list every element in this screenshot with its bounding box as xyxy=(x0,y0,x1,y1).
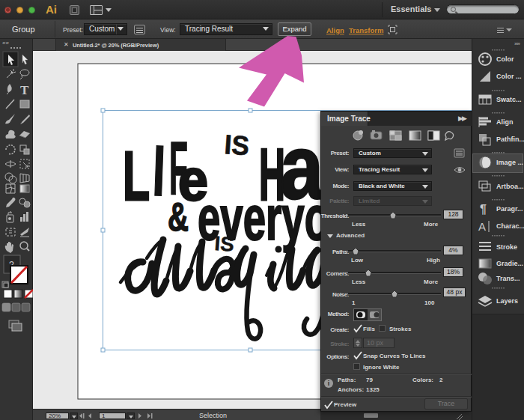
svg-text:IS: IS xyxy=(214,232,235,256)
svg-text:A: A xyxy=(478,220,486,233)
svg-text:&: & xyxy=(168,194,189,239)
svg-text:¶: ¶ xyxy=(480,203,487,216)
svg-text:L: L xyxy=(123,138,150,214)
svg-text:IS: IS xyxy=(223,129,250,161)
